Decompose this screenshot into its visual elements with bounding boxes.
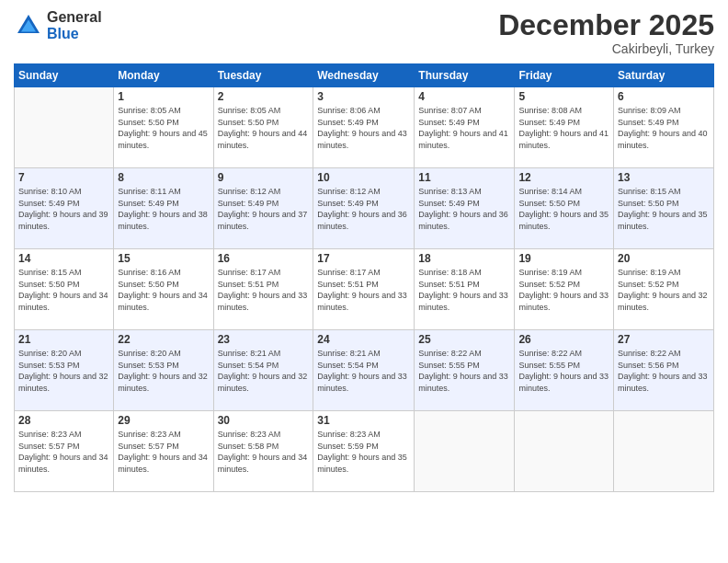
table-row: 29Sunrise: 8:23 AMSunset: 5:57 PMDayligh… <box>114 411 213 492</box>
day-number: 27 <box>618 333 710 346</box>
title-block: December 2025 Cakirbeyli, Turkey <box>498 9 714 56</box>
day-info: Sunrise: 8:15 AMSunset: 5:50 PMDaylight:… <box>18 267 109 313</box>
day-number: 31 <box>317 414 410 427</box>
day-info: Sunrise: 8:11 AMSunset: 5:49 PMDaylight:… <box>118 186 209 232</box>
table-row: 17Sunrise: 8:17 AMSunset: 5:51 PMDayligh… <box>313 249 415 330</box>
col-friday: Friday <box>515 64 614 87</box>
day-info: Sunrise: 8:20 AMSunset: 5:53 PMDaylight:… <box>18 348 109 394</box>
table-row: 13Sunrise: 8:15 AMSunset: 5:50 PMDayligh… <box>614 168 714 249</box>
day-info: Sunrise: 8:23 AMSunset: 5:57 PMDaylight:… <box>18 429 109 475</box>
day-number: 18 <box>418 252 510 265</box>
day-info: Sunrise: 8:21 AMSunset: 5:54 PMDaylight:… <box>317 348 410 394</box>
table-row <box>15 87 114 168</box>
table-row: 23Sunrise: 8:21 AMSunset: 5:54 PMDayligh… <box>213 330 313 411</box>
day-number: 20 <box>618 252 710 265</box>
calendar-header-row: Sunday Monday Tuesday Wednesday Thursday… <box>15 64 714 87</box>
day-info: Sunrise: 8:23 AMSunset: 5:59 PMDaylight:… <box>317 429 410 475</box>
day-number: 15 <box>118 252 209 265</box>
day-info: Sunrise: 8:16 AMSunset: 5:50 PMDaylight:… <box>118 267 209 313</box>
day-info: Sunrise: 8:22 AMSunset: 5:55 PMDaylight:… <box>418 348 510 394</box>
table-row: 8Sunrise: 8:11 AMSunset: 5:49 PMDaylight… <box>114 168 213 249</box>
day-info: Sunrise: 8:12 AMSunset: 5:49 PMDaylight:… <box>218 186 310 232</box>
day-number: 29 <box>118 414 209 427</box>
day-info: Sunrise: 8:12 AMSunset: 5:49 PMDaylight:… <box>317 186 410 232</box>
table-row: 16Sunrise: 8:17 AMSunset: 5:51 PMDayligh… <box>213 249 313 330</box>
day-info: Sunrise: 8:20 AMSunset: 5:53 PMDaylight:… <box>118 348 209 394</box>
col-thursday: Thursday <box>415 64 515 87</box>
day-number: 12 <box>518 171 609 184</box>
table-row <box>515 411 614 492</box>
day-info: Sunrise: 8:05 AMSunset: 5:50 PMDaylight:… <box>218 105 310 151</box>
day-number: 11 <box>418 171 510 184</box>
day-number: 9 <box>218 171 310 184</box>
calendar-week-row: 21Sunrise: 8:20 AMSunset: 5:53 PMDayligh… <box>15 330 714 411</box>
table-row: 3Sunrise: 8:06 AMSunset: 5:49 PMDaylight… <box>313 87 415 168</box>
table-row: 20Sunrise: 8:19 AMSunset: 5:52 PMDayligh… <box>614 249 714 330</box>
day-number: 13 <box>618 171 710 184</box>
day-info: Sunrise: 8:09 AMSunset: 5:49 PMDaylight:… <box>618 105 710 151</box>
table-row: 30Sunrise: 8:23 AMSunset: 5:58 PMDayligh… <box>213 411 313 492</box>
day-number: 4 <box>418 90 510 103</box>
logo: General Blue <box>14 9 102 41</box>
day-info: Sunrise: 8:19 AMSunset: 5:52 PMDaylight:… <box>618 267 710 313</box>
table-row: 12Sunrise: 8:14 AMSunset: 5:50 PMDayligh… <box>515 168 614 249</box>
day-number: 22 <box>118 333 209 346</box>
table-row: 26Sunrise: 8:22 AMSunset: 5:55 PMDayligh… <box>515 330 614 411</box>
day-info: Sunrise: 8:06 AMSunset: 5:49 PMDaylight:… <box>317 105 410 151</box>
logo-text: General Blue <box>47 9 102 41</box>
day-info: Sunrise: 8:23 AMSunset: 5:58 PMDaylight:… <box>218 429 310 475</box>
table-row: 2Sunrise: 8:05 AMSunset: 5:50 PMDaylight… <box>213 87 313 168</box>
day-number: 23 <box>218 333 310 346</box>
day-info: Sunrise: 8:07 AMSunset: 5:49 PMDaylight:… <box>418 105 510 151</box>
table-row: 21Sunrise: 8:20 AMSunset: 5:53 PMDayligh… <box>15 330 114 411</box>
month-title: December 2025 <box>498 9 714 41</box>
table-row: 27Sunrise: 8:22 AMSunset: 5:56 PMDayligh… <box>614 330 714 411</box>
table-row <box>614 411 714 492</box>
location-subtitle: Cakirbeyli, Turkey <box>498 41 714 56</box>
table-row: 1Sunrise: 8:05 AMSunset: 5:50 PMDaylight… <box>114 87 213 168</box>
table-row: 14Sunrise: 8:15 AMSunset: 5:50 PMDayligh… <box>15 249 114 330</box>
day-number: 17 <box>317 252 410 265</box>
day-info: Sunrise: 8:05 AMSunset: 5:50 PMDaylight:… <box>118 105 209 151</box>
table-row: 5Sunrise: 8:08 AMSunset: 5:49 PMDaylight… <box>515 87 614 168</box>
calendar-table: Sunday Monday Tuesday Wednesday Thursday… <box>14 63 714 492</box>
table-row: 22Sunrise: 8:20 AMSunset: 5:53 PMDayligh… <box>114 330 213 411</box>
table-row: 9Sunrise: 8:12 AMSunset: 5:49 PMDaylight… <box>213 168 313 249</box>
day-number: 5 <box>518 90 609 103</box>
col-tuesday: Tuesday <box>213 64 313 87</box>
day-number: 21 <box>18 333 109 346</box>
calendar-week-row: 7Sunrise: 8:10 AMSunset: 5:49 PMDaylight… <box>15 168 714 249</box>
day-number: 6 <box>618 90 710 103</box>
table-row: 6Sunrise: 8:09 AMSunset: 5:49 PMDaylight… <box>614 87 714 168</box>
day-number: 25 <box>418 333 510 346</box>
calendar-week-row: 28Sunrise: 8:23 AMSunset: 5:57 PMDayligh… <box>15 411 714 492</box>
col-wednesday: Wednesday <box>313 64 415 87</box>
table-row <box>415 411 515 492</box>
day-info: Sunrise: 8:10 AMSunset: 5:49 PMDaylight:… <box>18 186 109 232</box>
day-number: 24 <box>317 333 410 346</box>
day-number: 16 <box>218 252 310 265</box>
table-row: 18Sunrise: 8:18 AMSunset: 5:51 PMDayligh… <box>415 249 515 330</box>
day-info: Sunrise: 8:14 AMSunset: 5:50 PMDaylight:… <box>518 186 609 232</box>
day-number: 14 <box>18 252 109 265</box>
table-row: 4Sunrise: 8:07 AMSunset: 5:49 PMDaylight… <box>415 87 515 168</box>
calendar-week-row: 14Sunrise: 8:15 AMSunset: 5:50 PMDayligh… <box>15 249 714 330</box>
day-info: Sunrise: 8:13 AMSunset: 5:49 PMDaylight:… <box>418 186 510 232</box>
day-info: Sunrise: 8:19 AMSunset: 5:52 PMDaylight:… <box>518 267 609 313</box>
day-number: 8 <box>118 171 209 184</box>
day-number: 2 <box>218 90 310 103</box>
day-number: 3 <box>317 90 410 103</box>
day-info: Sunrise: 8:17 AMSunset: 5:51 PMDaylight:… <box>317 267 410 313</box>
table-row: 11Sunrise: 8:13 AMSunset: 5:49 PMDayligh… <box>415 168 515 249</box>
table-row: 7Sunrise: 8:10 AMSunset: 5:49 PMDaylight… <box>15 168 114 249</box>
day-number: 19 <box>518 252 609 265</box>
table-row: 19Sunrise: 8:19 AMSunset: 5:52 PMDayligh… <box>515 249 614 330</box>
day-info: Sunrise: 8:22 AMSunset: 5:56 PMDaylight:… <box>618 348 710 394</box>
day-info: Sunrise: 8:18 AMSunset: 5:51 PMDaylight:… <box>418 267 510 313</box>
day-info: Sunrise: 8:23 AMSunset: 5:57 PMDaylight:… <box>118 429 209 475</box>
logo-general: General <box>47 9 102 26</box>
day-info: Sunrise: 8:21 AMSunset: 5:54 PMDaylight:… <box>218 348 310 394</box>
logo-blue: Blue <box>47 26 102 42</box>
day-info: Sunrise: 8:22 AMSunset: 5:55 PMDaylight:… <box>518 348 609 394</box>
table-row: 24Sunrise: 8:21 AMSunset: 5:54 PMDayligh… <box>313 330 415 411</box>
